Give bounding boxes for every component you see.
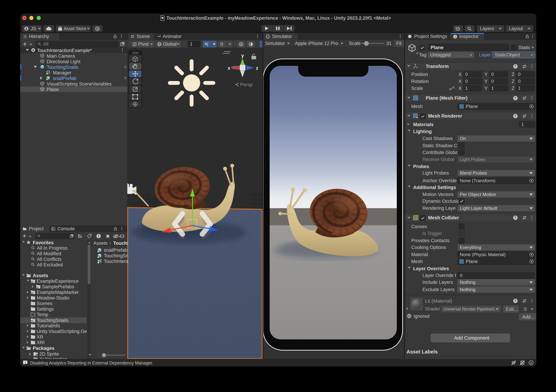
svg-text:Persp: Persp: [240, 82, 253, 87]
svg-text:z: z: [256, 65, 258, 71]
svg-text:y: y: [241, 53, 244, 58]
svg-text:?: ?: [515, 216, 517, 220]
svg-text:?: ?: [515, 96, 517, 100]
svg-text:?: ?: [515, 114, 517, 118]
svg-text:x: x: [228, 65, 231, 71]
svg-text:?: ?: [515, 65, 517, 68]
svg-text:?: ?: [515, 299, 517, 303]
svg-text:Y: Y: [207, 44, 208, 47]
